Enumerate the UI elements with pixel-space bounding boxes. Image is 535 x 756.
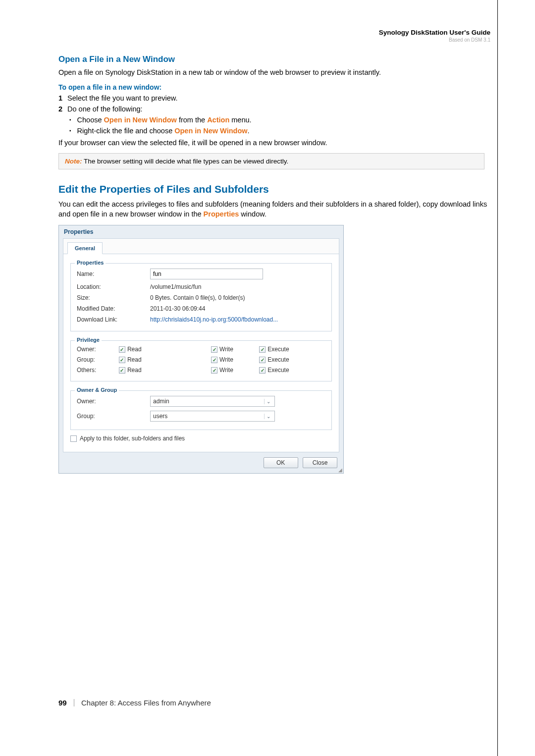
ok-button[interactable]: OK bbox=[264, 457, 298, 468]
others-write-checkbox[interactable]: ✓ bbox=[211, 367, 217, 374]
doc-title: Synology DiskStation User's Guide bbox=[379, 29, 490, 36]
fieldset-owner-group: Owner & Group Owner: admin ⌄ Group: user… bbox=[70, 390, 332, 430]
apply-recursive-checkbox[interactable] bbox=[70, 435, 77, 442]
label-location: Location: bbox=[77, 283, 150, 290]
group-select[interactable]: users ⌄ bbox=[150, 411, 275, 422]
name-input[interactable] bbox=[150, 269, 263, 279]
legend-properties: Properties bbox=[75, 260, 106, 266]
priv-others-label: Others: bbox=[77, 367, 119, 374]
legend-privilege: Privilege bbox=[75, 337, 102, 343]
section-heading-edit-props: Edit the Properties of Files and Subfold… bbox=[58, 183, 489, 195]
page-number: 99 bbox=[58, 699, 67, 707]
step-1: 1Select the file you want to preview. bbox=[58, 94, 489, 102]
dialog-title: Properties bbox=[59, 225, 343, 238]
apply-recursive-label: Apply to this folder, sub-folders and fi… bbox=[80, 435, 185, 442]
properties-dialog: Properties General Properties Name: Loca… bbox=[58, 225, 344, 474]
others-execute-checkbox[interactable]: ✓ bbox=[259, 367, 266, 374]
fieldset-privilege: Privilege Owner: ✓Read ✓Write ✓Execute G… bbox=[70, 340, 332, 381]
value-size: 0 Bytes. Contain 0 file(s), 0 folder(s) bbox=[150, 294, 325, 301]
tab-general[interactable]: General bbox=[67, 242, 103, 254]
priv-owner-label: Owner: bbox=[77, 346, 119, 353]
section-heading-open-file: Open a File in a New Window bbox=[58, 54, 489, 64]
value-location: /volume1/music/fun bbox=[150, 283, 325, 290]
section-closing: If your browser can view the selected fi… bbox=[58, 138, 489, 148]
step-2: 2Do one of the following: bbox=[58, 105, 489, 113]
owner-select-value: admin bbox=[153, 398, 169, 405]
page-footer: 99 Chapter 8: Access Files from Anywhere bbox=[58, 699, 211, 707]
section2-intro: You can edit the access privileges to fi… bbox=[58, 199, 489, 219]
note-box: Note: The browser setting will decide wh… bbox=[58, 153, 484, 169]
read-label: Read bbox=[127, 346, 142, 353]
group-write-checkbox[interactable]: ✓ bbox=[211, 357, 217, 363]
doc-subtitle: Based on DSM 3.1 bbox=[379, 37, 490, 43]
bullet-open-action-menu: Choose Open in New Window from the Actio… bbox=[69, 116, 489, 124]
value-modified: 2011-01-30 06:09:44 bbox=[150, 305, 325, 312]
label-download-link: Download Link: bbox=[77, 316, 150, 323]
fieldset-properties: Properties Name: Location: /volume1/musi… bbox=[70, 263, 332, 331]
priv-group-label: Group: bbox=[77, 356, 119, 363]
resize-handle-icon[interactable]: ◢ bbox=[337, 467, 342, 472]
others-read-checkbox[interactable]: ✓ bbox=[119, 367, 125, 374]
legend-owner-group: Owner & Group bbox=[75, 387, 119, 393]
write-label: Write bbox=[219, 346, 233, 353]
bullet-right-click: Right-click the file and choose Open in … bbox=[69, 127, 489, 135]
steps-heading: To open a file in a new window: bbox=[58, 83, 489, 91]
group-select-value: users bbox=[153, 413, 167, 420]
owner-write-checkbox[interactable]: ✓ bbox=[211, 346, 217, 353]
owner-select[interactable]: admin ⌄ bbox=[150, 396, 275, 407]
execute-label: Execute bbox=[268, 346, 289, 353]
label-modified: Modified Date: bbox=[77, 305, 150, 312]
label-size: Size: bbox=[77, 294, 150, 301]
chapter-label: Chapter 8: Access Files from Anywhere bbox=[81, 699, 211, 707]
value-download-link[interactable]: http://chrislaids410j.no-ip.org:5000/fbd… bbox=[150, 316, 325, 323]
og-group-label: Group: bbox=[77, 413, 150, 420]
owner-execute-checkbox[interactable]: ✓ bbox=[259, 346, 266, 353]
owner-read-checkbox[interactable]: ✓ bbox=[119, 346, 125, 353]
close-button[interactable]: Close bbox=[303, 457, 337, 468]
og-owner-label: Owner: bbox=[77, 398, 150, 405]
section-intro: Open a file on Synology DiskStation in a… bbox=[58, 67, 489, 77]
group-read-checkbox[interactable]: ✓ bbox=[119, 357, 125, 363]
label-name: Name: bbox=[77, 270, 150, 277]
group-execute-checkbox[interactable]: ✓ bbox=[259, 357, 266, 363]
chevron-down-icon: ⌄ bbox=[264, 399, 272, 404]
chevron-down-icon: ⌄ bbox=[264, 414, 272, 419]
